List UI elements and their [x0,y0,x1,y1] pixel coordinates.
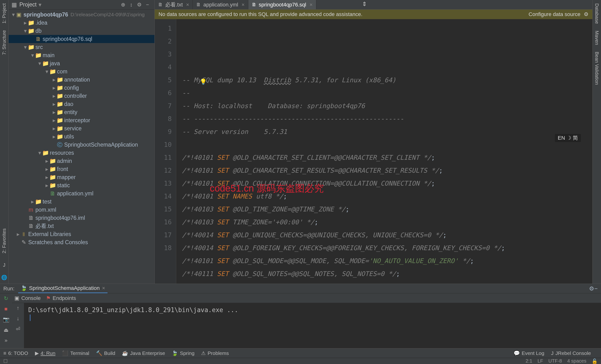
banner-gear-icon[interactable]: ⚙ [584,11,589,18]
exit-icon[interactable]: ⏏ [4,327,9,333]
console-output[interactable]: D:\soft\jdk1.8.0_291_unzip\jdk1.8.0_291\… [24,303,601,348]
tree-node[interactable]: ▸📁entity [9,108,154,116]
close-icon[interactable]: × [242,2,245,8]
run-config-tab[interactable]: 🍃 SpringbootSchemaApplication × [18,284,108,293]
more-icon[interactable]: » [5,337,7,344]
tree-node[interactable]: ▾📁java [9,59,154,67]
editor-area: 🗎必看.txt×🗎application.yml×🗎springboot4qp7… [155,0,592,284]
bottom-tool-jrebel-console[interactable]: JJRebel Console [551,350,591,356]
bottom-tool-problems[interactable]: ⚠Problems [201,350,229,356]
banner-message: No data sources are configured to run th… [159,11,362,18]
expand-icon[interactable]: ↕ [127,2,135,8]
run-hide-icon[interactable]: − [594,285,598,292]
project-icon: ▦ [11,1,17,8]
tree-node[interactable]: ▸📁dao [9,100,154,108]
tree-node[interactable]: ▸📁controller [9,92,154,100]
tree-node[interactable]: 🗎application.yml [9,189,154,198]
gutter-tab-structure[interactable]: 7: Structure [0,27,8,58]
bottom-tool-java-enterprise[interactable]: ☕Java Enterprise [122,350,165,356]
caret-position[interactable]: 2:1 [526,358,532,364]
gutter-tab-maven[interactable]: Maven [593,27,601,48]
configure-datasource-link[interactable]: Configure data source [529,11,581,18]
rerun-icon[interactable]: ↻ [4,295,8,302]
tree-node[interactable]: 🗎springboot4qp76.sql [9,35,154,43]
sidebar-title[interactable]: Project [20,1,37,8]
project-sidebar: ▦ Project ▾ ⊕ ↕ ⚙ − ▾▣ springboot4qp76 D… [9,0,155,284]
camera-icon[interactable]: 📷 [3,316,9,323]
gutter-icon-jrebel[interactable]: J [2,259,7,271]
bottom-tool-spring[interactable]: 🍃Spring [172,350,194,356]
gutter-tab-database[interactable]: Database [593,0,601,27]
run-toolbar: ↻ ■ 📷 ⏏ » [0,293,12,348]
tree-node[interactable]: ▸📁front [9,165,154,173]
tree-node[interactable]: ▸📁service [9,124,154,133]
tree-node[interactable]: 🗎springboot4qp76.iml [9,214,154,222]
stop-icon[interactable]: ■ [4,306,7,312]
gutter-tab-beanvalidation[interactable]: Bean Validation [593,48,601,88]
readonly-lock-icon[interactable]: 🔓 [592,358,598,364]
left-tool-gutter: 1: Project 7: Structure 2: Favorites J 🌐 [0,0,9,284]
tree-node[interactable]: 🗎必看.txt [9,222,154,230]
tree-node[interactable]: ⒸSpringbootSchemaApplication [9,141,154,149]
up-icon[interactable]: ↑ [17,305,20,311]
gutter-tab-favorites[interactable]: 2: Favorites [0,225,8,257]
code-editor[interactable]: 123456789101112131415161718 💡 code51.cn … [155,19,592,284]
tree-root[interactable]: ▾▣ springboot4qp76 D:\releaseComp\24-09\… [9,10,154,19]
run-label: Run: [3,286,14,292]
chevron-down-icon[interactable]: ▾ [39,1,41,8]
close-icon[interactable]: × [186,2,189,8]
editor-tabs: 🗎必看.txt×🗎application.yml×🗎springboot4qp7… [155,0,592,10]
tree-node[interactable]: ▸📁static [9,181,154,189]
bottom-tool-4-run[interactable]: ▶4: Run [35,350,56,356]
status-menu-icon[interactable]: ☐ [3,358,8,364]
bottom-tool-build[interactable]: 🔨Build [96,350,115,356]
bottom-tool-6-todo[interactable]: ≡6: TODO [3,350,28,356]
gutter-tab-project[interactable]: 1: Project [0,0,8,27]
project-tree[interactable]: ▾▣ springboot4qp76 D:\releaseComp\24-09\… [9,10,154,284]
tree-node[interactable]: ▸📁utils [9,133,154,141]
locate-icon[interactable]: ⊕ [119,2,127,8]
tree-node[interactable]: ▸📁test [9,198,154,206]
bottom-tool-terminal[interactable]: ⬛Terminal [62,350,89,356]
tree-node[interactable]: ▾📁db [9,27,154,35]
gear-icon[interactable]: ⚙ [135,2,143,8]
tree-node[interactable]: ▸📁interceptor [9,116,154,124]
tree-node[interactable]: mpom.xml [9,206,154,214]
tree-node[interactable]: ▸📁admin [9,157,154,165]
bottom-tool-event-log[interactable]: 💬Event Log [514,350,544,356]
editor-tab[interactable]: 🗎springboot4qp76.sql× [248,0,316,9]
run-header: Run: 🍃 SpringbootSchemaApplication × ⇕ ⚙… [0,284,601,293]
tree-node[interactable]: ▾📁com [9,67,154,76]
intention-bulb-icon[interactable]: 💡 [200,75,207,88]
code-content[interactable]: 💡 code51.cn 源码东盗图必究 -- MySQL dump 10.13 … [176,19,592,284]
tree-node[interactable]: ▸📁.idea [9,19,154,27]
ime-indicator[interactable]: EN ☽ 简 [555,134,581,142]
sidebar-header: ▦ Project ▾ ⊕ ↕ ⚙ − [9,0,154,10]
run-gear-icon[interactable]: ⚙ [589,285,594,292]
down-icon[interactable]: ↓ [17,316,20,322]
tree-node[interactable]: ▾📁resources [9,149,154,157]
tree-node[interactable]: ▸📁config [9,84,154,92]
console-tab[interactable]: ▣Console [14,295,41,301]
endpoints-tab[interactable]: ⚑Endpoints [46,295,76,301]
editor-tab[interactable]: 🗎必看.txt× [155,0,193,9]
tree-node[interactable]: ▸⫴External Libraries [9,230,154,238]
file-encoding[interactable]: UTF-8 [548,358,562,364]
close-icon[interactable]: × [310,2,313,8]
hide-icon[interactable]: − [143,2,151,8]
gutter-icon-web[interactable]: 🌐 [0,271,8,284]
tree-node[interactable]: ▾📁src [9,43,154,51]
console-toolbar: ↑ ↓ ⏎ [12,303,24,348]
line-separator[interactable]: LF [538,358,543,364]
tree-node[interactable]: ▾📁main [9,51,154,59]
line-gutter: 123456789101112131415161718 [155,19,176,284]
tree-node[interactable]: ✎Scratches and Consoles [9,238,154,246]
wrap-icon[interactable]: ⏎ [16,326,20,332]
tree-node[interactable]: ▸📁mapper [9,173,154,181]
indent-setting[interactable]: 4 spaces [567,358,586,364]
spring-icon: 🍃 [20,285,27,291]
close-icon[interactable]: × [102,285,105,291]
tree-node[interactable]: ▸📁annotation [9,76,154,84]
editor-tab[interactable]: 🗎application.yml× [193,0,248,9]
resize-cursor: ⇕ [362,1,367,7]
